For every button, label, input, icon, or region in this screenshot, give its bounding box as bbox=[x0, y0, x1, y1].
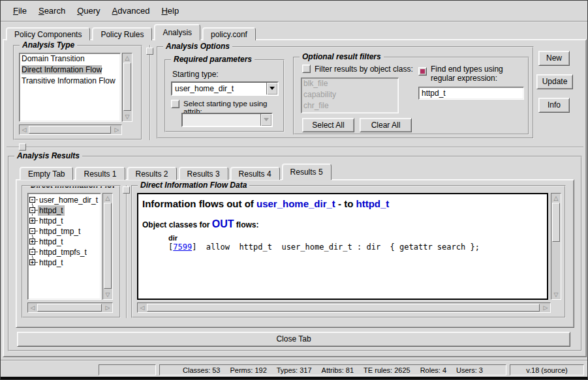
analysis-type-listbox[interactable]: Domain Transition Direct Information Flo… bbox=[19, 53, 121, 122]
scroll-thumb[interactable] bbox=[123, 63, 131, 111]
scroll-thumb[interactable] bbox=[552, 203, 560, 242]
results-tab[interactable]: Results 2 bbox=[127, 167, 177, 180]
main-tab[interactable]: Analysis bbox=[154, 24, 200, 40]
flow-subhead: Object classes for OUT flows: bbox=[138, 209, 547, 230]
analysis-results-frame: Analysis Results Empty Tab Results 1 Res… bbox=[8, 156, 582, 351]
regex-checkbox[interactable] bbox=[418, 67, 427, 76]
tree-node[interactable]: - httpd_tmpfs_t bbox=[29, 247, 101, 257]
object-class-checkbox[interactable] bbox=[302, 65, 311, 73]
tree-node-label[interactable]: httpd_tmpfs_t bbox=[38, 247, 88, 257]
starting-type-label: Starting type: bbox=[172, 70, 219, 79]
results-tab[interactable]: Results 5 bbox=[282, 164, 332, 180]
tree-node[interactable]: - httpd_tmp_t bbox=[29, 226, 101, 237]
tree-node-label[interactable]: httpd_tmp_t bbox=[38, 226, 82, 237]
tree-node-label[interactable]: user_home_dir_t bbox=[38, 195, 99, 205]
scroll-thumb[interactable] bbox=[29, 126, 111, 134]
data-hscrollbar[interactable]: ◁ ▷ bbox=[137, 302, 551, 313]
scroll-down-icon[interactable]: ▽ bbox=[123, 112, 132, 121]
combobox-arrow-icon[interactable] bbox=[266, 83, 277, 95]
tree-node[interactable]: + httpd_t bbox=[29, 216, 101, 226]
tree-expand-icon[interactable]: + bbox=[29, 259, 35, 265]
policy-stat: Attribs: 81 bbox=[322, 366, 354, 374]
tree-node[interactable]: + httpd_t bbox=[29, 257, 101, 268]
scroll-right-icon[interactable]: ▷ bbox=[103, 303, 112, 312]
rule-number-link[interactable]: 7599 bbox=[173, 242, 192, 252]
optional-filters-title: Optional result filters bbox=[300, 52, 384, 61]
clear-all-button[interactable]: Clear All bbox=[360, 118, 412, 132]
menu-item[interactable]: File bbox=[7, 3, 33, 18]
tree-expand-icon[interactable]: - bbox=[29, 197, 35, 203]
scroll-thumb[interactable] bbox=[104, 203, 112, 289]
attrib-checkbox[interactable] bbox=[171, 100, 179, 108]
select-all-button[interactable]: Select All bbox=[302, 118, 354, 132]
main-tab[interactable]: policy.conf bbox=[202, 27, 256, 40]
flow-tree[interactable]: - user_home_dir_t - httpd_t bbox=[27, 193, 101, 300]
tree-expand-icon[interactable]: + bbox=[29, 218, 35, 224]
tree-node-label[interactable]: httpd_t bbox=[38, 237, 65, 247]
analysis-type-item[interactable]: Transitive Information Flow bbox=[20, 76, 120, 87]
analysis-type-hscrollbar[interactable]: ◁ ▷ bbox=[19, 124, 122, 135]
tree-node[interactable]: + httpd_t bbox=[29, 237, 101, 247]
results-tab[interactable]: Results 3 bbox=[179, 167, 228, 180]
tree-node-label[interactable]: httpd_t bbox=[38, 216, 65, 226]
tree-node[interactable]: - httpd_t bbox=[29, 205, 101, 216]
tree-node-label[interactable]: httpd_t bbox=[38, 257, 65, 268]
tree-expand-icon[interactable]: + bbox=[29, 239, 35, 244]
menu-item[interactable]: Search bbox=[33, 3, 71, 18]
scroll-thumb[interactable] bbox=[147, 304, 540, 312]
main-tab[interactable]: Policy Rules bbox=[92, 27, 152, 40]
tree-node[interactable]: - user_home_dir_t bbox=[29, 195, 101, 205]
regex-input[interactable] bbox=[418, 87, 524, 100]
tree-data-sash-handle[interactable] bbox=[123, 186, 130, 194]
results-tab[interactable]: Results 4 bbox=[230, 167, 280, 180]
tree-expand-icon[interactable]: - bbox=[29, 207, 35, 213]
scroll-up-icon[interactable]: △ bbox=[551, 194, 561, 203]
info-button[interactable]: Info bbox=[538, 98, 570, 113]
tree-node-label[interactable]: httpd_t bbox=[38, 205, 65, 216]
update-button[interactable]: Update bbox=[536, 74, 573, 89]
flow-data-text[interactable]: Information flows out of user_home_dir_t… bbox=[137, 193, 548, 300]
results-tab[interactable]: Results 1 bbox=[75, 167, 125, 180]
analysis-page: Analysis Type Domain Transition Direct I… bbox=[3, 39, 587, 357]
results-tab[interactable]: Empty Tab bbox=[20, 167, 73, 180]
regex-checkbox-row: Find end types using regular expression: bbox=[418, 65, 528, 83]
analysis-type-title: Analysis Type bbox=[20, 40, 77, 50]
flow-data-title: Direct Information Flow Data bbox=[138, 181, 249, 190]
analysis-type-vscrollbar[interactable]: △ ▽ bbox=[122, 53, 132, 122]
scroll-left-icon[interactable]: ◁ bbox=[138, 303, 147, 312]
scroll-left-icon[interactable]: ◁ bbox=[20, 125, 29, 134]
apol-window: File Search Query Advanced Help Policy C… bbox=[0, 0, 588, 380]
scroll-down-icon[interactable]: ▽ bbox=[103, 290, 112, 299]
data-vscrollbar[interactable]: △ ▽ bbox=[551, 193, 561, 300]
tree-data-sash bbox=[126, 185, 127, 318]
tree-expand-icon[interactable]: - bbox=[29, 249, 35, 255]
main-tab[interactable]: Policy Components bbox=[6, 27, 90, 40]
options-sash-handle[interactable] bbox=[146, 48, 153, 55]
menu-item[interactable]: Query bbox=[71, 3, 106, 18]
scroll-left-icon[interactable]: ◁ bbox=[28, 303, 37, 312]
tree-vscrollbar[interactable]: △ ▽ bbox=[102, 193, 113, 300]
flow-direction: OUT bbox=[212, 218, 234, 229]
scroll-right-icon[interactable]: ▷ bbox=[112, 125, 121, 134]
scroll-up-icon[interactable]: △ bbox=[123, 53, 132, 63]
close-tab-button[interactable]: Close Tab bbox=[17, 332, 570, 347]
starting-type-combobox[interactable]: user_home_dir_t bbox=[171, 81, 279, 96]
menu-item[interactable]: Advanced bbox=[106, 3, 156, 18]
analysis-type-item[interactable]: Domain Transition bbox=[20, 53, 120, 65]
analysis-type-item[interactable]: Direct Information Flow bbox=[20, 65, 120, 76]
policy-stat: TE rules: 2625 bbox=[364, 366, 410, 374]
attrib-combobox[interactable] bbox=[181, 113, 273, 127]
scroll-down-icon[interactable]: ▽ bbox=[551, 290, 561, 299]
object-class-listbox[interactable]: blk_file capability chr_file bbox=[301, 78, 399, 113]
scroll-right-icon[interactable]: ▷ bbox=[541, 303, 550, 312]
analysis-options-title: Analysis Options bbox=[163, 42, 232, 51]
new-button[interactable]: New bbox=[538, 51, 570, 66]
object-class-item: capability bbox=[302, 89, 398, 100]
tree-expand-icon[interactable]: - bbox=[29, 228, 35, 234]
results-sash-handle[interactable] bbox=[19, 143, 26, 151]
tree-hscrollbar[interactable]: ◁ ▷ bbox=[27, 302, 113, 313]
menu-item[interactable]: Help bbox=[155, 3, 185, 18]
required-parameters-frame: Required parameters Starting type: user_… bbox=[164, 59, 285, 132]
scroll-up-icon[interactable]: △ bbox=[103, 194, 112, 203]
scroll-thumb[interactable] bbox=[37, 304, 102, 312]
